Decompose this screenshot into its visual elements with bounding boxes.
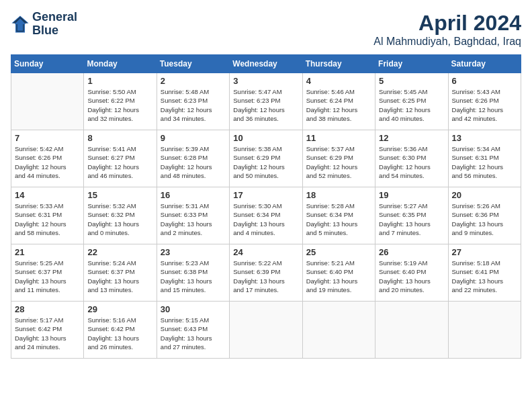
calendar-cell: 17Sunrise: 5:30 AM Sunset: 6:34 PM Dayli…	[230, 187, 302, 244]
day-number: 4	[306, 76, 371, 86]
calendar-cell: 16Sunrise: 5:31 AM Sunset: 6:33 PM Dayli…	[157, 187, 229, 244]
cell-info: Sunrise: 5:39 AM Sunset: 6:28 PM Dayligh…	[161, 144, 226, 180]
cell-info: Sunrise: 5:22 AM Sunset: 6:39 PM Dayligh…	[233, 259, 298, 294]
day-number: 15	[87, 190, 152, 200]
day-number: 27	[452, 247, 517, 257]
day-number: 8	[87, 133, 152, 143]
calendar-week-2: 7Sunrise: 5:42 AM Sunset: 6:26 PM Daylig…	[11, 130, 521, 187]
calendar-cell: 11Sunrise: 5:37 AM Sunset: 6:29 PM Dayli…	[302, 130, 375, 187]
calendar-cell: 12Sunrise: 5:36 AM Sunset: 6:30 PM Dayli…	[375, 130, 448, 187]
calendar-cell: 22Sunrise: 5:24 AM Sunset: 6:37 PM Dayli…	[84, 244, 157, 302]
calendar-cell: 5Sunrise: 5:45 AM Sunset: 6:25 PM Daylig…	[375, 73, 448, 130]
day-number: 3	[233, 76, 298, 86]
day-number: 19	[379, 190, 444, 200]
calendar-cell: 15Sunrise: 5:32 AM Sunset: 6:32 PM Dayli…	[84, 187, 157, 244]
day-number: 5	[379, 76, 444, 86]
weekday-header-sunday: Sunday	[11, 55, 84, 73]
calendar-cell: 26Sunrise: 5:19 AM Sunset: 6:40 PM Dayli…	[375, 244, 448, 302]
calendar-cell: 6Sunrise: 5:43 AM Sunset: 6:26 PM Daylig…	[448, 73, 521, 130]
calendar-cell	[230, 302, 302, 359]
calendar-week-3: 14Sunrise: 5:33 AM Sunset: 6:31 PM Dayli…	[11, 187, 521, 244]
calendar-cell	[302, 302, 375, 359]
cell-info: Sunrise: 5:36 AM Sunset: 6:30 PM Dayligh…	[379, 144, 444, 180]
day-number: 30	[161, 304, 226, 314]
cell-info: Sunrise: 5:31 AM Sunset: 6:33 PM Dayligh…	[161, 201, 226, 237]
day-number: 29	[87, 304, 152, 314]
cell-info: Sunrise: 5:43 AM Sunset: 6:26 PM Dayligh…	[452, 87, 517, 123]
calendar-cell: 20Sunrise: 5:26 AM Sunset: 6:36 PM Dayli…	[448, 187, 521, 244]
cell-info: Sunrise: 5:23 AM Sunset: 6:38 PM Dayligh…	[161, 259, 226, 294]
calendar-cell	[448, 302, 521, 359]
weekday-header-wednesday: Wednesday	[230, 55, 302, 73]
calendar-week-4: 21Sunrise: 5:25 AM Sunset: 6:37 PM Dayli…	[11, 244, 521, 302]
cell-info: Sunrise: 5:16 AM Sunset: 6:42 PM Dayligh…	[87, 316, 152, 351]
calendar-cell: 24Sunrise: 5:22 AM Sunset: 6:39 PM Dayli…	[230, 244, 302, 302]
cell-info: Sunrise: 5:45 AM Sunset: 6:25 PM Dayligh…	[379, 87, 444, 123]
day-number: 7	[15, 133, 80, 143]
location-title: Al Mahmudiyah, Baghdad, Iraq	[373, 36, 521, 48]
cell-info: Sunrise: 5:41 AM Sunset: 6:27 PM Dayligh…	[87, 144, 152, 180]
cell-info: Sunrise: 5:47 AM Sunset: 6:23 PM Dayligh…	[233, 87, 298, 123]
day-number: 21	[15, 247, 80, 257]
calendar-cell: 8Sunrise: 5:41 AM Sunset: 6:27 PM Daylig…	[84, 130, 157, 187]
cell-info: Sunrise: 5:50 AM Sunset: 6:22 PM Dayligh…	[87, 87, 152, 123]
day-number: 25	[306, 247, 371, 257]
cell-info: Sunrise: 5:21 AM Sunset: 6:40 PM Dayligh…	[306, 259, 371, 294]
calendar-cell: 28Sunrise: 5:17 AM Sunset: 6:42 PM Dayli…	[11, 302, 84, 359]
day-number: 12	[379, 133, 444, 143]
calendar-cell: 25Sunrise: 5:21 AM Sunset: 6:40 PM Dayli…	[302, 244, 375, 302]
cell-info: Sunrise: 5:15 AM Sunset: 6:43 PM Dayligh…	[161, 316, 226, 351]
weekday-header-thursday: Thursday	[302, 55, 375, 73]
day-number: 2	[161, 76, 226, 86]
day-number: 1	[87, 76, 152, 86]
weekday-header-friday: Friday	[375, 55, 448, 73]
cell-info: Sunrise: 5:30 AM Sunset: 6:34 PM Dayligh…	[233, 201, 298, 237]
calendar-cell: 14Sunrise: 5:33 AM Sunset: 6:31 PM Dayli…	[11, 187, 84, 244]
calendar-cell: 19Sunrise: 5:27 AM Sunset: 6:35 PM Dayli…	[375, 187, 448, 244]
cell-info: Sunrise: 5:26 AM Sunset: 6:36 PM Dayligh…	[452, 201, 517, 237]
day-number: 26	[379, 247, 444, 257]
cell-info: Sunrise: 5:24 AM Sunset: 6:37 PM Dayligh…	[87, 259, 152, 294]
cell-info: Sunrise: 5:46 AM Sunset: 6:24 PM Dayligh…	[306, 87, 371, 123]
calendar-cell: 27Sunrise: 5:18 AM Sunset: 6:41 PM Dayli…	[448, 244, 521, 302]
weekday-header-row: SundayMondayTuesdayWednesdayThursdayFrid…	[11, 55, 521, 73]
title-area: April 2024 Al Mahmudiyah, Baghdad, Iraq	[373, 11, 521, 48]
calendar-cell: 13Sunrise: 5:34 AM Sunset: 6:31 PM Dayli…	[448, 130, 521, 187]
cell-info: Sunrise: 5:25 AM Sunset: 6:37 PM Dayligh…	[15, 259, 80, 294]
day-number: 20	[452, 190, 517, 200]
calendar-cell: 1Sunrise: 5:50 AM Sunset: 6:22 PM Daylig…	[84, 73, 157, 130]
day-number: 18	[306, 190, 371, 200]
day-number: 14	[15, 190, 80, 200]
month-title: April 2024	[373, 11, 521, 36]
day-number: 28	[15, 304, 80, 314]
calendar-cell: 4Sunrise: 5:46 AM Sunset: 6:24 PM Daylig…	[302, 73, 375, 130]
logo-text: General Blue	[32, 11, 77, 38]
cell-info: Sunrise: 5:28 AM Sunset: 6:34 PM Dayligh…	[306, 201, 371, 237]
cell-info: Sunrise: 5:17 AM Sunset: 6:42 PM Dayligh…	[15, 316, 80, 351]
day-number: 13	[452, 133, 517, 143]
logo: General Blue	[11, 11, 77, 38]
calendar-week-5: 28Sunrise: 5:17 AM Sunset: 6:42 PM Dayli…	[11, 302, 521, 359]
calendar-cell: 10Sunrise: 5:38 AM Sunset: 6:29 PM Dayli…	[230, 130, 302, 187]
cell-info: Sunrise: 5:27 AM Sunset: 6:35 PM Dayligh…	[379, 201, 444, 237]
calendar-cell: 18Sunrise: 5:28 AM Sunset: 6:34 PM Dayli…	[302, 187, 375, 244]
weekday-header-saturday: Saturday	[448, 55, 521, 73]
calendar-cell: 9Sunrise: 5:39 AM Sunset: 6:28 PM Daylig…	[157, 130, 229, 187]
day-number: 24	[233, 247, 298, 257]
header: General Blue April 2024 Al Mahmudiyah, B…	[11, 11, 521, 48]
calendar-cell: 29Sunrise: 5:16 AM Sunset: 6:42 PM Dayli…	[84, 302, 157, 359]
cell-info: Sunrise: 5:19 AM Sunset: 6:40 PM Dayligh…	[379, 259, 444, 294]
day-number: 23	[161, 247, 226, 257]
day-number: 11	[306, 133, 371, 143]
day-number: 17	[233, 190, 298, 200]
day-number: 6	[452, 76, 517, 86]
calendar-week-1: 1Sunrise: 5:50 AM Sunset: 6:22 PM Daylig…	[11, 73, 521, 130]
calendar-cell: 23Sunrise: 5:23 AM Sunset: 6:38 PM Dayli…	[157, 244, 229, 302]
weekday-header-monday: Monday	[84, 55, 157, 73]
calendar-cell: 2Sunrise: 5:48 AM Sunset: 6:23 PM Daylig…	[157, 73, 229, 130]
weekday-header-tuesday: Tuesday	[157, 55, 229, 73]
calendar-cell: 21Sunrise: 5:25 AM Sunset: 6:37 PM Dayli…	[11, 244, 84, 302]
cell-info: Sunrise: 5:18 AM Sunset: 6:41 PM Dayligh…	[452, 259, 517, 294]
cell-info: Sunrise: 5:38 AM Sunset: 6:29 PM Dayligh…	[233, 144, 298, 180]
calendar-cell: 7Sunrise: 5:42 AM Sunset: 6:26 PM Daylig…	[11, 130, 84, 187]
